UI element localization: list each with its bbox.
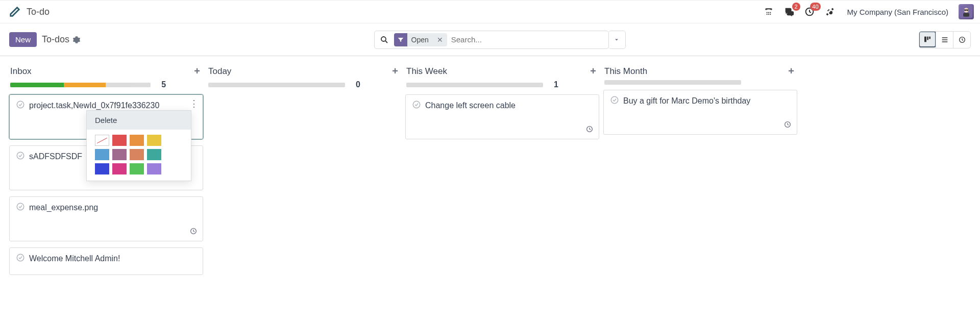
company-switcher[interactable]: My Company (San Francisco) [847,8,948,16]
view-switcher [919,31,971,48]
column-progress [604,80,741,85]
voip-icon[interactable] [762,5,776,19]
column-add-icon[interactable]: + [590,65,596,77]
search-box[interactable]: Open ✕ [374,31,609,49]
color-picker [87,130,191,174]
search-options-toggle[interactable] [608,31,626,49]
color-swatch[interactable] [95,163,109,174]
app-icon[interactable] [9,6,20,17]
card-title: Buy a gift for Marc Demo's birthday [623,96,750,106]
kanban-board: Inbox+5project.task,NewId_0x7f91fe336230… [0,56,980,281]
filter-icon [394,33,407,46]
svg-point-0 [766,12,767,13]
svg-rect-9 [963,13,969,17]
column-add-icon[interactable]: + [392,65,398,77]
color-swatch[interactable] [130,135,144,146]
column-add-icon[interactable]: + [194,65,200,77]
column-count: 0 [350,80,360,89]
check-circle-icon[interactable] [16,253,25,264]
search-input[interactable] [450,31,608,48]
svg-rect-10 [964,10,969,11]
color-swatch[interactable] [112,163,127,174]
breadcrumb: To-dos [42,34,81,45]
activities-badge: 40 [810,3,820,11]
debug-icon[interactable] [823,5,837,19]
column-count: 5 [156,80,166,89]
card-title: Change left screen cable [425,101,516,110]
column-title[interactable]: Today [208,66,388,77]
kanban-card[interactable]: Buy a gift for Marc Demo's birthday [603,90,797,135]
column-count: 1 [548,80,558,89]
breadcrumb-item: To-dos [42,34,69,45]
clock-icon[interactable] [783,120,792,130]
color-swatch[interactable] [147,149,161,160]
card-title: Welcome Mitchell Admin! [29,254,120,263]
column-title[interactable]: Inbox [10,66,190,77]
svg-rect-16 [929,36,930,39]
check-circle-icon[interactable] [610,95,619,106]
user-avatar[interactable] [959,4,974,19]
svg-point-5 [770,14,771,15]
facet-remove-icon[interactable]: ✕ [433,36,447,44]
svg-point-19 [17,152,24,159]
kanban-column: Today+0 [207,63,401,94]
color-swatch[interactable] [147,135,161,146]
column-title[interactable]: This Month [604,66,784,77]
svg-point-12 [967,10,968,11]
activity-view-button[interactable] [953,32,970,48]
card-title: sADFSDFSDF [29,152,82,161]
kanban-column: This Month+Buy a gift for Marc Demo's bi… [603,63,797,141]
color-swatch[interactable] [147,163,161,174]
facet-label: Open [407,36,433,44]
column-add-icon[interactable]: + [788,65,794,77]
messaging-badge: 2 [792,3,800,11]
svg-point-23 [413,101,420,108]
check-circle-icon[interactable] [16,151,25,162]
navbar: To-do 2 40 My Company (San Francisco) [0,0,980,23]
control-panel: New To-dos Open ✕ [0,23,980,56]
color-swatch[interactable] [112,135,127,146]
color-swatch[interactable] [95,135,109,146]
app-title: To-do [27,7,50,17]
card-dropdown: Delete [86,110,191,181]
activities-icon[interactable]: 40 [802,5,817,19]
kanban-card[interactable]: Welcome Mitchell Admin! [9,247,203,275]
card-title: meal_expense.png [29,203,98,212]
kanban-card[interactable]: project.task,NewId_0x7f91fe336230⋮Delete [9,94,203,139]
kanban-column: This Week+1Change left screen cable [405,63,599,145]
svg-point-20 [17,203,24,210]
kanban-card[interactable]: meal_expense.png [9,196,203,241]
list-view-button[interactable] [936,32,953,48]
gear-icon[interactable] [72,36,81,44]
card-menu-icon[interactable]: ⋮ [189,99,199,108]
svg-point-3 [766,14,767,15]
color-swatch[interactable] [130,149,144,160]
svg-point-18 [17,101,24,108]
color-swatch[interactable] [112,149,127,160]
column-progress [406,83,543,87]
dropdown-delete[interactable]: Delete [87,111,191,130]
new-button[interactable]: New [9,32,37,47]
svg-rect-15 [927,36,928,40]
column-progress [208,83,345,87]
svg-point-13 [381,37,386,41]
kanban-card[interactable]: Change left screen cable [405,94,599,139]
svg-point-25 [611,96,618,104]
messaging-icon[interactable]: 2 [782,5,796,19]
color-swatch[interactable] [130,163,144,174]
clock-icon[interactable] [189,227,198,237]
kanban-column: Inbox+5project.task,NewId_0x7f91fe336230… [9,63,203,281]
column-progress [10,83,151,87]
card-title: project.task,NewId_0x7f91fe336230 [29,101,159,110]
svg-point-11 [965,10,966,11]
clock-icon[interactable] [585,125,594,135]
color-swatch[interactable] [95,149,109,160]
check-circle-icon[interactable] [16,202,25,213]
search-facet: Open ✕ [394,33,447,46]
svg-point-4 [768,14,769,15]
check-circle-icon[interactable] [412,100,421,111]
column-title[interactable]: This Week [406,66,586,77]
kanban-view-button[interactable] [919,31,936,47]
check-circle-icon[interactable] [16,100,25,111]
search-icon[interactable] [375,35,394,44]
